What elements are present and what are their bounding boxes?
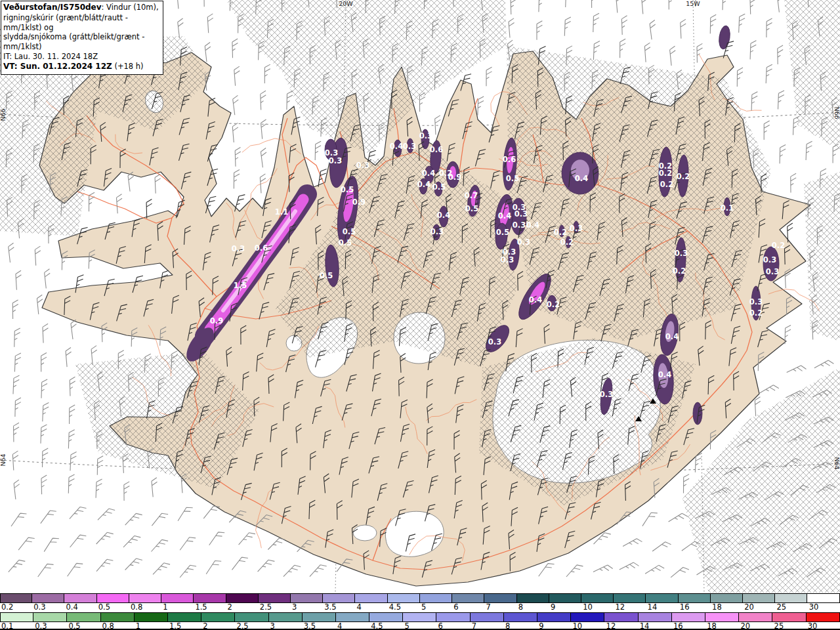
colorbar-label: 9 <box>539 621 543 630</box>
precip-patch <box>693 402 702 425</box>
colorbar-cell <box>97 594 129 602</box>
colorbar-label: 0.2 <box>1 602 13 612</box>
colorbar-cell <box>537 613 571 621</box>
colorbar-label: 14 <box>640 621 650 630</box>
colorbar-label: 2.5 <box>236 621 248 630</box>
colorbar-cell <box>705 613 739 621</box>
colorbar-label: 30 <box>809 602 819 612</box>
colorbar-label: 8 <box>505 621 510 630</box>
graticule-label: N64 <box>833 457 840 469</box>
colorbar-label: 16 <box>680 602 690 612</box>
colorbar-cell <box>614 594 646 602</box>
colorbar-cell <box>168 613 201 621</box>
colorbar-cell <box>355 594 387 602</box>
colorbar-cell <box>388 594 420 602</box>
colorbar-cell <box>807 594 839 602</box>
iceland-forecast-map: 0.30.30.30.50.90.50.50.51.10.30.61.50.90… <box>0 0 840 593</box>
weather-map-screenshot: 0.30.30.30.50.90.50.50.51.10.30.61.50.90… <box>0 0 840 630</box>
colorbar-cell <box>135 613 168 621</box>
colorbar-cell <box>711 594 743 602</box>
colorbar-label: 3 <box>270 621 275 630</box>
colorbar-cell <box>807 613 840 621</box>
precip-value-label: 0.6 <box>503 155 516 164</box>
precip-value-label: 0.4 <box>422 169 435 178</box>
precip-value-label: 0.3 <box>329 156 342 165</box>
colorbar-cell <box>303 613 336 621</box>
precip-value-label: 0.3 <box>232 244 245 253</box>
colorbar-cell <box>323 594 355 602</box>
colorbar-label: 30 <box>808 621 818 630</box>
precip-value-label: 0.4 <box>417 180 430 189</box>
glacier-eyjafjallajokull <box>353 525 377 541</box>
graticule-label: N66 <box>0 108 7 121</box>
title-line-valid-time: VT: Sun. 01.12.2024 12Z (+18 h) <box>3 62 159 72</box>
colorbar-cell <box>639 613 672 621</box>
colorbar-cell <box>259 594 291 602</box>
precip-value-label: 0.2 <box>659 169 672 178</box>
graticule-label: 15W <box>686 0 700 7</box>
colorbar-cell <box>646 594 678 602</box>
colorbar-label: 4 <box>337 621 342 630</box>
colorbar-cell <box>32 594 64 602</box>
colorbar-label: 3 <box>292 602 297 612</box>
graticule-label: 20W <box>339 0 353 7</box>
graticule-label: N66 <box>833 106 840 119</box>
colorbar-cell <box>484 594 516 602</box>
colorbar-cell <box>226 594 259 602</box>
colorbar-cell <box>336 613 369 621</box>
colorbar-label: 2.5 <box>260 602 272 612</box>
precip-value-label: 0.4 <box>498 211 511 220</box>
colorbar-cell <box>201 613 235 621</box>
colorbar-label: 0.8 <box>131 602 142 612</box>
precip-value-label: 0.3 <box>517 238 530 247</box>
precip-value-label: 0.4 <box>390 142 403 151</box>
precip-value-label: 0.2 <box>554 228 567 237</box>
colorbar-cell <box>739 613 772 621</box>
precip-value-label: 0.2 <box>673 266 686 276</box>
precip-value-label: 0.9 <box>352 198 366 207</box>
precip-value-label: 0.5 <box>496 228 509 237</box>
colorbar-cell <box>549 594 581 602</box>
precip-value-label: 0.3 <box>749 297 763 306</box>
colorbar-cell <box>67 613 100 621</box>
colorbar-label: 0.5 <box>68 621 80 630</box>
precip-value-label: 0.5 <box>320 271 333 280</box>
colorbar-cell <box>194 594 226 602</box>
colorbar-label: 3.5 <box>304 621 316 630</box>
colorbar-rain <box>0 612 840 622</box>
colorbar-cell <box>0 613 33 621</box>
colorbar-label: 2 <box>203 621 207 630</box>
precip-value-label: 0.4 <box>437 211 450 220</box>
colorbar-cell <box>64 594 96 602</box>
precip-value-label: 0.2 <box>749 308 763 318</box>
colorbar-label: 1 <box>136 621 140 630</box>
colorbar-cell <box>743 594 775 602</box>
title-box: Veðurstofan/IS750dev: Vindur (10m), rign… <box>1 1 163 75</box>
title-line-rain-legend: rigning/skúrir (grænt/blátt/rautt - mm/1… <box>3 13 159 33</box>
precip-value-label: 0.4 <box>526 220 539 230</box>
colorbar-label: 5 <box>404 621 409 630</box>
precip-value-label: 0.5 <box>339 238 352 247</box>
precip-value-label: 0.2 <box>772 241 785 250</box>
colorbar-cell <box>775 594 807 602</box>
colorbar-label: 20 <box>744 602 754 612</box>
colorbar-label: 6 <box>453 602 458 612</box>
colorbar-cell <box>517 594 549 602</box>
precip-value-label: 0.3 <box>766 267 779 276</box>
colorbar-label: 0.1 <box>1 621 13 630</box>
colorbar-label: 4.5 <box>389 602 401 612</box>
precip-value-label: 0.3 <box>419 131 432 140</box>
colorbar-cell <box>504 613 537 621</box>
colorbar-label: 7 <box>472 621 476 630</box>
precip-value-label: 0.3 <box>488 337 501 346</box>
title-line-product: Veðurstofan/IS750dev: Vindur (10m), <box>3 3 159 13</box>
precip-value-label: 0.2 <box>560 238 574 247</box>
precip-value-label: 0.3 <box>514 209 528 219</box>
colorbar-label: 7 <box>486 602 490 612</box>
precip-value-label: 0.5 <box>343 227 356 236</box>
precip-value-label: 0.3 <box>570 224 583 233</box>
colorbar-rain-labels: 0.10.30.50.811.522.533.544.5567891012141… <box>0 622 840 630</box>
colorbar-cell <box>291 594 323 602</box>
colorbar-label: 0.3 <box>35 621 47 630</box>
precip-value-label: 0.4 <box>529 295 542 304</box>
